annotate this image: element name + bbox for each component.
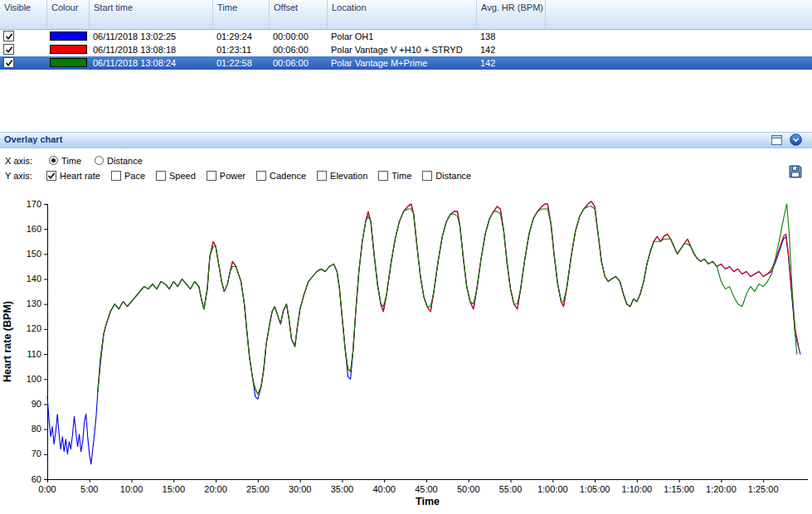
colour-swatch[interactable] <box>50 32 87 41</box>
visible-checkbox[interactable] <box>3 57 14 68</box>
column-header-avg-hr[interactable]: Avg. HR (BPM) <box>477 0 546 29</box>
x-axis-controls: X axis: TimeDistance <box>5 154 143 167</box>
x-axis-option-label[interactable]: Time <box>61 156 81 166</box>
y-tick-label: 120 <box>27 323 41 333</box>
y-tick-label: 100 <box>27 374 41 384</box>
series-line-polar-vantage-v-h10-stryd <box>98 201 799 394</box>
start-time-cell: 06/11/2018 13:08:18 <box>93 43 212 56</box>
avg-hr-cell: 138 <box>480 30 544 43</box>
x-tick-label: 45:00 <box>415 484 438 494</box>
y-axis-title: Heart rate (BPM) <box>2 301 13 382</box>
y-axis-option-label[interactable]: Pace <box>124 171 145 181</box>
y-tick-label: 80 <box>32 424 41 434</box>
x-axis-label: X axis: <box>5 156 36 166</box>
y-tick-label: 130 <box>27 298 41 308</box>
x-tick-label: 5:00 <box>80 484 98 494</box>
overlay-chart-title: Overlay chart <box>4 134 62 144</box>
offset-cell: 00:00:00 <box>273 30 326 43</box>
y-axis-option-label[interactable]: Power <box>220 171 246 181</box>
y-axis-option-label[interactable]: Distance <box>435 171 471 181</box>
x-tick-label: 30:00 <box>289 484 312 494</box>
y-tick-label: 60 <box>32 474 41 484</box>
overlay-chart-plot: 607080901001101201301401501601700:005:00… <box>0 189 812 514</box>
y-tick-label: 150 <box>27 249 41 259</box>
colour-swatch[interactable] <box>50 58 87 67</box>
x-axis-title: Time <box>416 496 440 507</box>
time-cell: 01:29:24 <box>216 30 268 43</box>
column-header-visible[interactable]: Visible <box>0 0 47 29</box>
y-tick-label: 70 <box>32 449 41 458</box>
column-header-time[interactable]: Time <box>213 0 270 29</box>
column-header-location[interactable]: Location <box>328 0 477 29</box>
check-icon <box>47 172 56 180</box>
save-chart-icon[interactable] <box>788 164 803 179</box>
y-axis-label: Y axis: <box>5 171 36 181</box>
x-tick-label: 35:00 <box>331 484 354 494</box>
check-icon <box>5 59 13 67</box>
check-icon <box>5 46 13 54</box>
x-tick-label: 1:00:00 <box>537 484 568 494</box>
y-axis-checkbox-speed[interactable] <box>156 171 166 181</box>
location-cell: Polar OH1 <box>331 30 475 43</box>
table-row[interactable]: 06/11/2018 13:08:1801:23:1100:06:00Polar… <box>0 43 812 56</box>
series-line-polar-vantage-m-prime <box>98 204 797 394</box>
y-axis-option-label[interactable]: Time <box>391 171 411 181</box>
location-cell: Polar Vantage V +H10 + STRYD <box>331 43 475 56</box>
y-axis-option-label[interactable]: Cadence <box>270 171 306 181</box>
x-tick-label: 1:25:00 <box>748 484 779 494</box>
visible-checkbox[interactable] <box>3 44 14 55</box>
visible-checkbox[interactable] <box>3 31 14 41</box>
session-table-header: Visible Colour Start time Time Offset Lo… <box>0 0 812 30</box>
overlay-chart-titlebar: Overlay chart <box>0 132 812 148</box>
y-tick-label: 160 <box>27 224 41 234</box>
y-axis-option-label[interactable]: Heart rate <box>60 171 100 181</box>
y-axis-checkbox-elevation[interactable] <box>317 171 327 181</box>
y-axis-controls: Y axis: Heart ratePaceSpeedPowerCadenceE… <box>5 169 471 182</box>
x-tick-label: 0:00 <box>38 484 56 494</box>
x-tick-label: 15:00 <box>163 484 186 494</box>
y-tick-label: 110 <box>27 349 41 359</box>
column-header-offset[interactable]: Offset <box>270 0 328 29</box>
x-axis-option-label[interactable]: Distance <box>107 156 143 166</box>
start-time-cell: 06/11/2018 13:02:25 <box>93 30 212 43</box>
panel-layout-icon[interactable] <box>771 135 782 147</box>
start-time-cell: 06/11/2018 13:08:24 <box>93 56 212 70</box>
collapse-panel-icon[interactable] <box>790 133 802 148</box>
avg-hr-cell: 142 <box>480 56 544 70</box>
hr-chart: 607080901001101201301401501601700:005:00… <box>0 189 812 514</box>
location-cell: Polar Vantage M+Prime <box>331 56 475 70</box>
x-tick-label: 40:00 <box>372 484 396 494</box>
x-tick-label: 10:00 <box>120 484 143 494</box>
table-row[interactable]: 06/11/2018 13:02:2501:29:2400:00:00Polar… <box>0 30 812 43</box>
x-axis-radio-distance[interactable] <box>95 156 104 165</box>
x-tick-label: 50:00 <box>457 484 480 494</box>
y-axis-checkbox-pace[interactable] <box>111 171 121 181</box>
time-cell: 01:22:58 <box>216 56 268 70</box>
y-tick-label: 90 <box>32 399 41 409</box>
y-axis-checkbox-heart-rate[interactable] <box>46 171 56 181</box>
colour-swatch[interactable] <box>50 45 87 54</box>
x-tick-label: 55:00 <box>499 484 523 494</box>
y-axis-checkbox-distance[interactable] <box>422 171 432 181</box>
time-cell: 01:23:11 <box>216 43 268 56</box>
x-tick-label: 20:00 <box>204 484 227 494</box>
y-axis-checkbox-time[interactable] <box>378 171 388 181</box>
x-tick-label: 1:20:00 <box>706 484 737 494</box>
y-axis-option-label[interactable]: Speed <box>169 171 196 181</box>
offset-cell: 00:06:00 <box>273 56 326 70</box>
y-axis-option-label[interactable]: Elevation <box>330 171 367 181</box>
y-axis-checkbox-cadence[interactable] <box>256 171 266 181</box>
series-line-polar-oh1 <box>47 201 800 464</box>
check-icon <box>5 32 13 41</box>
y-tick-label: 140 <box>27 274 41 284</box>
x-tick-label: 25:00 <box>246 484 270 494</box>
table-row[interactable]: 06/11/2018 13:08:2401:22:5800:06:00Polar… <box>0 56 812 70</box>
x-tick-label: 1:05:00 <box>580 484 610 494</box>
column-header-colour[interactable]: Colour <box>47 0 90 29</box>
x-axis-radio-time[interactable] <box>49 156 58 165</box>
column-header-start-time[interactable]: Start time <box>90 0 213 29</box>
radio-dot-icon <box>51 158 56 162</box>
offset-cell: 00:06:00 <box>273 43 326 56</box>
y-axis-checkbox-power[interactable] <box>207 171 216 181</box>
avg-hr-cell: 142 <box>480 43 544 56</box>
